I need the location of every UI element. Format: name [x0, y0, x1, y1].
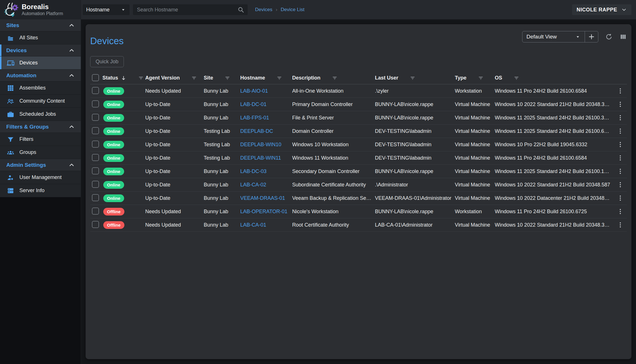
sidebar-item-user-management[interactable]: User Management	[0, 171, 81, 184]
last-user-cell: BUNNY-LAB\nicole.rappe	[375, 209, 455, 215]
filter-list-icon[interactable]	[138, 75, 144, 82]
hostname-link[interactable]: LAB-OPERATOR-01	[240, 209, 287, 214]
breadcrumb-device-list[interactable]: Device List	[281, 7, 304, 13]
row-checkbox[interactable]	[92, 87, 99, 94]
description-cell: Windows 11 Workstation	[292, 155, 375, 161]
row-actions-button[interactable]	[616, 154, 625, 162]
sidebar-item-devices[interactable]: Devices	[0, 56, 81, 70]
type-cell: Virtual Machine	[455, 115, 495, 121]
filter-list-icon[interactable]	[276, 75, 283, 82]
filter-list-icon[interactable]	[477, 75, 484, 82]
sidebar-item-server-info[interactable]: Server Info	[0, 184, 81, 197]
row-checkbox[interactable]	[92, 221, 99, 228]
hostname-link[interactable]: LAB-CA-01	[240, 222, 266, 228]
row-checkbox[interactable]	[92, 167, 99, 174]
filter-list-icon[interactable]	[513, 75, 520, 82]
row-actions-button[interactable]	[616, 113, 625, 122]
search-field-selector[interactable]: Hostname	[83, 4, 130, 15]
row-actions-button[interactable]	[616, 221, 625, 229]
sidebar-item-assemblies[interactable]: Assemblies	[0, 82, 81, 95]
row-actions-button[interactable]	[616, 207, 625, 216]
row-checkbox-cell	[90, 167, 102, 175]
sidebar-section-devices[interactable]: Devices	[0, 44, 81, 56]
sidebar-item-filters[interactable]: Filters	[0, 133, 81, 146]
select-all-checkbox[interactable]	[92, 74, 99, 81]
hostname-link[interactable]: LAB-DC-01	[240, 101, 266, 107]
hostname-link[interactable]: DEEPLAB-WIN11	[240, 155, 281, 161]
sidebar-section-automation[interactable]: Automation	[0, 70, 81, 82]
hostname-link[interactable]: LAB-CA-02	[240, 182, 266, 188]
groups-icon	[7, 149, 14, 156]
sidebar-section-sites[interactable]: Sites	[0, 19, 81, 31]
filter-list-icon[interactable]	[191, 75, 197, 82]
description-cell: Secondary Domain Controller	[292, 168, 375, 174]
plus-icon	[588, 33, 595, 40]
row-actions-button[interactable]	[616, 180, 625, 189]
column-header-label-site[interactable]: Site	[204, 75, 213, 81]
table-row: OnlineUp-to-DateBunny LabVEEAM-DRAAS-01V…	[90, 192, 627, 205]
row-checkbox[interactable]	[92, 154, 99, 161]
column-header-label-hostname[interactable]: Hostname	[240, 75, 265, 81]
sidebar-section-label: Sites	[6, 22, 19, 29]
more-vert-icon	[617, 141, 624, 148]
user-menu[interactable]: NICOLE RAPPE	[572, 4, 631, 15]
status-badge: Online	[103, 141, 124, 149]
filter-list-icon[interactable]	[224, 75, 231, 82]
columns-button[interactable]	[619, 33, 627, 40]
sidebar-item-community-content[interactable]: Community Content	[0, 95, 81, 108]
row-actions-button[interactable]	[616, 127, 625, 135]
filter-list-icon[interactable]	[409, 75, 416, 82]
sort-desc-icon[interactable]	[120, 75, 127, 81]
row-checkbox[interactable]	[92, 208, 99, 215]
row-actions-button[interactable]	[616, 87, 625, 95]
row-checkbox[interactable]	[92, 127, 99, 134]
column-header-label-os[interactable]: OS	[495, 75, 502, 81]
row-actions-button[interactable]	[616, 167, 625, 176]
sidebar-nav: SitesAll SitesDevicesDevicesAutomationAs…	[0, 19, 81, 197]
hostname-link[interactable]: LAB-FPS-01	[240, 115, 269, 121]
sidebar-item-all-sites[interactable]: All Sites	[0, 31, 81, 44]
site-cell: Bunny Lab	[204, 168, 240, 174]
column-header-type: Type	[455, 75, 495, 82]
hostname-link[interactable]: LAB-AIO-01	[240, 88, 268, 94]
hostname-link[interactable]: DEEPLAB-DC	[240, 128, 273, 134]
quick-job-button[interactable]: Quick Job	[90, 56, 124, 67]
brand-home[interactable]: Borealis Automation Platform	[0, 0, 81, 19]
row-actions-button[interactable]	[616, 194, 625, 202]
sidebar-item-groups[interactable]: Groups	[0, 146, 81, 159]
column-header-label-type[interactable]: Type	[455, 75, 467, 81]
filter-list-icon[interactable]	[331, 75, 338, 82]
column-header-label-status[interactable]: Status	[102, 75, 118, 81]
agent-version-cell: Needs Updated	[145, 209, 204, 215]
row-actions-button[interactable]	[616, 100, 625, 109]
add-view-button[interactable]	[585, 31, 598, 42]
column-header-label-last_user[interactable]: Last User	[375, 75, 398, 81]
hostname-link[interactable]: VEEAM-DRAAS-01	[240, 195, 285, 201]
type-cell: Virtual Machine	[455, 195, 495, 201]
caret-down-icon	[120, 7, 126, 13]
breadcrumb-devices[interactable]: Devices	[255, 7, 272, 13]
row-checkbox[interactable]	[92, 100, 99, 107]
column-header-label-description[interactable]: Description	[292, 75, 320, 81]
sidebar-item-scheduled-jobs[interactable]: Scheduled Jobs	[0, 108, 81, 121]
refresh-button[interactable]	[605, 33, 613, 40]
table-header-row: StatusAgent VersionSiteHostnameDescripti…	[90, 72, 627, 84]
sidebar-section-filters-groups[interactable]: Filters & Groups	[0, 121, 81, 133]
row-checkbox[interactable]	[92, 141, 99, 148]
sidebar-section-admin-settings[interactable]: Admin Settings	[0, 159, 81, 171]
site-cell: Testing Lab	[204, 142, 240, 148]
row-checkbox[interactable]	[92, 194, 99, 201]
description-cell: Domain Controller	[292, 128, 375, 134]
hostname-link[interactable]: LAB-DC-03	[240, 168, 266, 174]
chevron-up-icon	[68, 123, 75, 130]
sidebar-section-label: Filters & Groups	[6, 124, 49, 130]
row-checkbox[interactable]	[92, 181, 99, 188]
description-cell: Subordinate Certificate Authority	[292, 182, 375, 188]
row-actions-button[interactable]	[616, 140, 625, 149]
hostname-link[interactable]: DEEPLAB-WIN10	[240, 142, 281, 147]
os-cell: Windows 10 2022 Standard 21H2 Build 2034…	[495, 101, 613, 107]
column-header-label-agent_version[interactable]: Agent Version	[145, 75, 180, 81]
view-selector[interactable]: Default View	[522, 31, 585, 42]
row-checkbox[interactable]	[92, 114, 99, 121]
search-input[interactable]	[136, 7, 237, 13]
